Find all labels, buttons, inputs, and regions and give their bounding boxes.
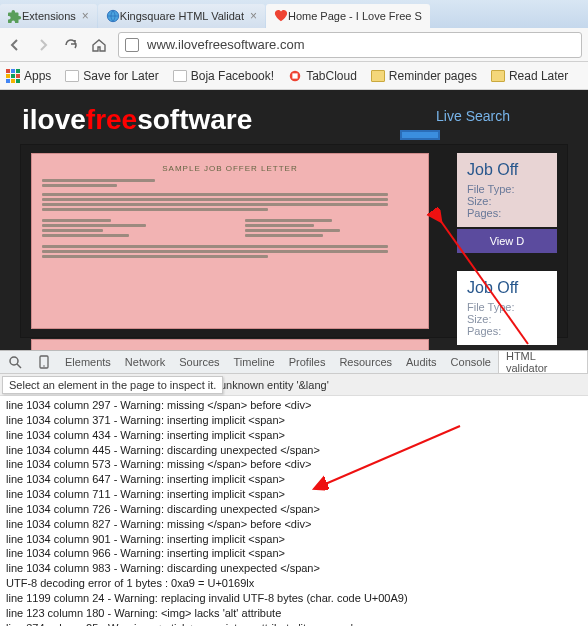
browser-tab-ilovefree[interactable]: Home Page - I Love Free S [266, 4, 430, 28]
devtab-timeline[interactable]: Timeline [227, 351, 282, 373]
console-line: line 1034 column 297 - Warning: missing … [6, 398, 582, 413]
page-icon [173, 70, 187, 82]
back-button[interactable] [6, 36, 24, 54]
inspect-icon[interactable] [0, 351, 30, 373]
console-line: line 1034 column 647 - Warning: insertin… [6, 472, 582, 487]
logo-part: free [86, 104, 137, 135]
apps-button[interactable]: Apps [6, 69, 51, 83]
folder-icon [371, 70, 385, 82]
card-title: Job Off [467, 161, 547, 179]
side-card: Job Off File Type: Size: Pages: [457, 153, 557, 227]
close-icon[interactable]: × [250, 9, 257, 23]
tabcloud-icon [288, 69, 302, 83]
logo-part: ilove [22, 104, 86, 135]
sidebar: Job Off File Type: Size: Pages: View D J… [457, 153, 557, 345]
svg-point-7 [43, 365, 45, 367]
validator-console[interactable]: line 1034 column 297 - Warning: missing … [0, 396, 588, 626]
bookmark-item[interactable]: Save for Later [65, 69, 158, 83]
console-line: line 1034 column 726 - Warning: discardi… [6, 502, 582, 517]
svg-rect-2 [293, 73, 298, 78]
page-viewport: ilovefreesoftware Live Search SAMPLE JOB… [0, 90, 588, 350]
close-icon[interactable]: × [82, 9, 89, 23]
site-logo[interactable]: ilovefreesoftware [22, 104, 252, 136]
bookmark-label: Reminder pages [389, 69, 477, 83]
reload-button[interactable] [62, 36, 80, 54]
bookmarks-bar: Apps Save for Later Boja Facebook! TabCl… [0, 62, 588, 90]
browser-tab-strip: Extensions × Kingsquare HTML Validat × H… [0, 0, 588, 28]
document-preview-text: Dear[Recipient Name], We are pleased to … [31, 339, 429, 350]
devtools-toolbar: unknown entity '&lang' Select an element… [0, 374, 588, 396]
devtab-resources[interactable]: Resources [332, 351, 399, 373]
devtab-profiles[interactable]: Profiles [282, 351, 333, 373]
forward-button[interactable] [34, 36, 52, 54]
home-button[interactable] [90, 36, 108, 54]
card-title: Job Off [467, 279, 547, 297]
svg-line-5 [17, 364, 21, 368]
page-icon [65, 70, 79, 82]
console-line: line 1199 column 24 - Warning: replacing… [6, 591, 582, 606]
heart-icon [274, 9, 288, 23]
puzzle-icon [8, 9, 22, 23]
tool-tail-text: unknown entity '&lang' [220, 379, 329, 391]
devtab-sources[interactable]: Sources [172, 351, 226, 373]
card-line: Pages: [467, 325, 547, 337]
logo-part: software [137, 104, 252, 135]
devtab-network[interactable]: Network [118, 351, 172, 373]
console-line: line 1034 column 711 - Warning: insertin… [6, 487, 582, 502]
bookmark-item[interactable]: Read Later [491, 69, 568, 83]
browser-tab-extensions[interactable]: Extensions × [0, 4, 97, 28]
console-line: line 1034 column 573 - Warning: missing … [6, 457, 582, 472]
tab-label: Kingsquare HTML Validat [120, 10, 244, 22]
bookmark-label: Read Later [509, 69, 568, 83]
bookmark-label: TabCloud [306, 69, 357, 83]
browser-toolbar: www.ilovefreesoftware.com [0, 28, 588, 62]
address-text: www.ilovefreesoftware.com [147, 37, 305, 52]
bookmark-item[interactable]: Boja Facebook! [173, 69, 274, 83]
card-line: Size: [467, 195, 547, 207]
address-bar[interactable]: www.ilovefreesoftware.com [118, 32, 582, 58]
inspector-overlay: SAMPLE JOB OFFER LETTER Dear[Recipient N… [20, 144, 568, 338]
console-line: line 1034 column 434 - Warning: insertin… [6, 428, 582, 443]
bookmark-item[interactable]: TabCloud [288, 69, 357, 83]
card-line: File Type: [467, 183, 547, 195]
console-line: line 1034 column 966 - Warning: insertin… [6, 546, 582, 561]
console-line: line 1034 column 983 - Warning: discardi… [6, 561, 582, 576]
view-button[interactable]: View D [457, 229, 557, 253]
inspect-tooltip: Select an element in the page to inspect… [2, 376, 223, 394]
devtab-console[interactable]: Console [444, 351, 498, 373]
tab-label: Extensions [22, 10, 76, 22]
console-line: line 123 column 180 - Warning: <img> lac… [6, 606, 582, 621]
live-search-label[interactable]: Live Search [436, 108, 510, 124]
card-line: Size: [467, 313, 547, 325]
bookmark-item[interactable]: Reminder pages [371, 69, 477, 83]
bookmark-label: Boja Facebook! [191, 69, 274, 83]
devtab-elements[interactable]: Elements [58, 351, 118, 373]
console-line: line 1034 column 827 - Warning: missing … [6, 517, 582, 532]
globe-icon [106, 9, 120, 23]
site-icon [125, 38, 139, 52]
search-input[interactable] [400, 130, 440, 140]
side-card: Job Off File Type: Size: Pages: [457, 271, 557, 345]
console-line: line 374 column 25 - Warning: <article> … [6, 621, 582, 626]
document-preview: SAMPLE JOB OFFER LETTER [31, 153, 429, 329]
devtab-audits[interactable]: Audits [399, 351, 444, 373]
bookmark-label: Save for Later [83, 69, 158, 83]
device-icon[interactable] [30, 351, 58, 373]
doc-title: SAMPLE JOB OFFER LETTER [42, 164, 418, 173]
console-line: UTF-8 decoding error of 1 bytes : 0xa9 =… [6, 576, 582, 591]
console-line: line 1034 column 445 - Warning: discardi… [6, 443, 582, 458]
tab-label: Home Page - I Love Free S [288, 10, 422, 22]
console-line: line 1034 column 901 - Warning: insertin… [6, 532, 582, 547]
apps-label: Apps [24, 69, 51, 83]
browser-tab-kingsquare[interactable]: Kingsquare HTML Validat × [98, 4, 265, 28]
svg-point-4 [10, 357, 18, 365]
card-line: File Type: [467, 301, 547, 313]
console-line: line 1034 column 371 - Warning: insertin… [6, 413, 582, 428]
folder-icon [491, 70, 505, 82]
apps-icon [6, 69, 20, 83]
devtools-tabbar: Elements Network Sources Timeline Profil… [0, 350, 588, 374]
card-line: Pages: [467, 207, 547, 219]
doc-line: Dear[Recipient Name], [40, 348, 420, 350]
devtab-html-validator[interactable]: HTML validator [498, 351, 588, 373]
